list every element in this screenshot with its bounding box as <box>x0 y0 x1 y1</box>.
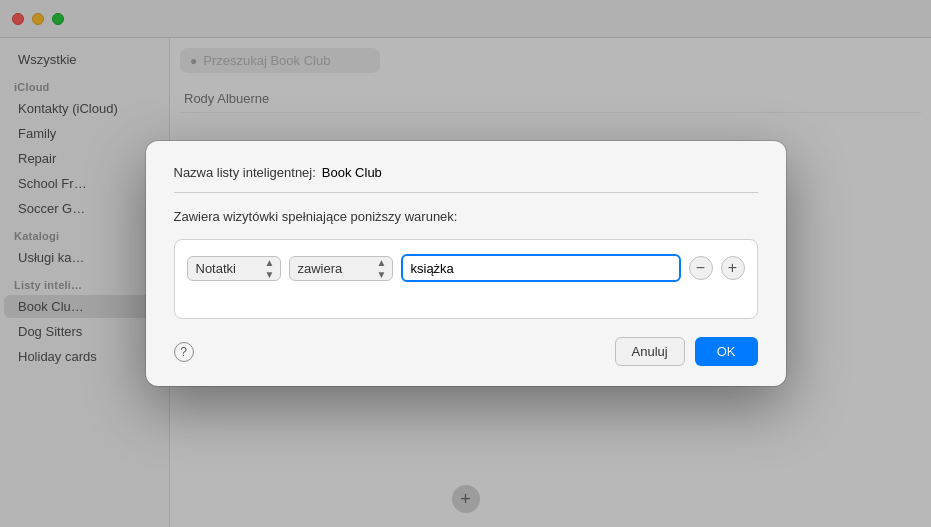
footer-buttons: Anuluj OK <box>615 337 758 366</box>
operator-select[interactable]: zawiera nie zawiera jest nie jest <box>289 256 393 281</box>
operator-select-wrapper[interactable]: zawiera nie zawiera jest nie jest ▲▼ <box>289 256 393 281</box>
condition-box: Notatki Imię Nazwisko Firma ▲▼ zawiera n… <box>174 239 758 319</box>
name-value[interactable]: Book Club <box>322 165 758 180</box>
modal-overlay: Nazwa listy inteligentnej: Book Club Zaw… <box>0 0 931 527</box>
name-section: Nazwa listy inteligentnej: Book Club <box>174 165 758 193</box>
remove-condition-button[interactable]: − <box>689 256 713 280</box>
add-condition-button[interactable]: + <box>721 256 745 280</box>
modal-footer: ? Anuluj OK <box>174 337 758 366</box>
ok-button[interactable]: OK <box>695 337 758 366</box>
smart-list-modal: Nazwa listy inteligentnej: Book Club Zaw… <box>146 141 786 386</box>
cancel-button[interactable]: Anuluj <box>615 337 685 366</box>
field-select-wrapper[interactable]: Notatki Imię Nazwisko Firma ▲▼ <box>187 256 281 281</box>
field-select[interactable]: Notatki Imię Nazwisko Firma <box>187 256 281 281</box>
help-button[interactable]: ? <box>174 342 194 362</box>
name-label: Nazwa listy inteligentnej: <box>174 165 316 180</box>
condition-description: Zawiera wizytówki spełniające poniższy w… <box>174 207 758 225</box>
condition-row: Notatki Imię Nazwisko Firma ▲▼ zawiera n… <box>187 254 745 282</box>
condition-value-input[interactable] <box>401 254 681 282</box>
